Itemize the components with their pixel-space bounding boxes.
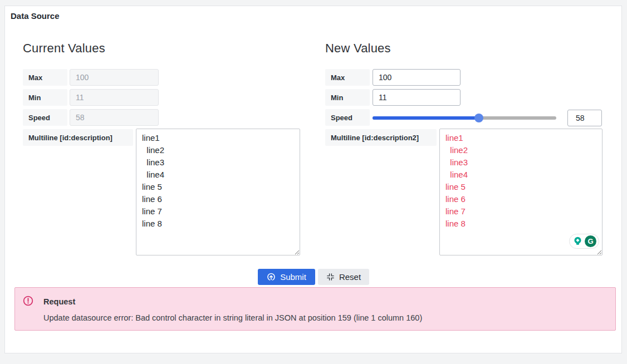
upload-icon: [267, 273, 276, 282]
reset-collapse-icon: [326, 273, 335, 281]
current-max-input[interactable]: [70, 69, 159, 86]
new-values-heading: New Values: [325, 41, 391, 56]
error-circle-exclamation-icon: [23, 296, 33, 308]
current-speed-label: Speed: [23, 109, 67, 126]
new-min-label: Min: [325, 89, 370, 106]
panel-title: Data Source: [11, 11, 60, 21]
new-speed-label: Speed: [325, 109, 370, 126]
current-multiline-label: Multiline [id:description]: [23, 129, 133, 146]
new-multiline-label: Multiline [id:description2]: [325, 129, 437, 146]
new-min-input[interactable]: [373, 89, 461, 106]
current-values-heading: Current Values: [23, 41, 105, 56]
grammarly-g-icon[interactable]: G: [585, 235, 596, 247]
alert-message: Update datasource error: Bad control cha…: [43, 313, 422, 322]
new-max-input[interactable]: [373, 69, 461, 86]
speed-slider[interactable]: [373, 116, 556, 120]
grammarly-suggestion-lightbulb-icon[interactable]: [572, 235, 584, 247]
reset-button-label: Reset: [339, 272, 361, 282]
submit-button-label: Submit: [280, 272, 306, 282]
submit-button[interactable]: Submit: [258, 269, 315, 285]
current-speed-input[interactable]: [70, 109, 159, 126]
request-error-alert: Request Update datasource error: Bad con…: [14, 287, 616, 331]
speed-slider-fill: [373, 116, 479, 120]
data-source-panel: Data Source Current Values Max Min Speed…: [4, 6, 622, 353]
new-speed-value-input[interactable]: [567, 110, 602, 126]
current-max-label: Max: [23, 69, 67, 86]
current-min-label: Min: [23, 89, 67, 106]
speed-slider-thumb[interactable]: [474, 114, 483, 122]
current-min-input[interactable]: [70, 89, 159, 106]
grammarly-widget[interactable]: G: [569, 234, 599, 249]
new-max-label: Max: [325, 69, 370, 86]
current-multiline-textarea[interactable]: [136, 129, 300, 255]
reset-button[interactable]: Reset: [318, 269, 369, 285]
alert-title: Request: [43, 297, 75, 306]
